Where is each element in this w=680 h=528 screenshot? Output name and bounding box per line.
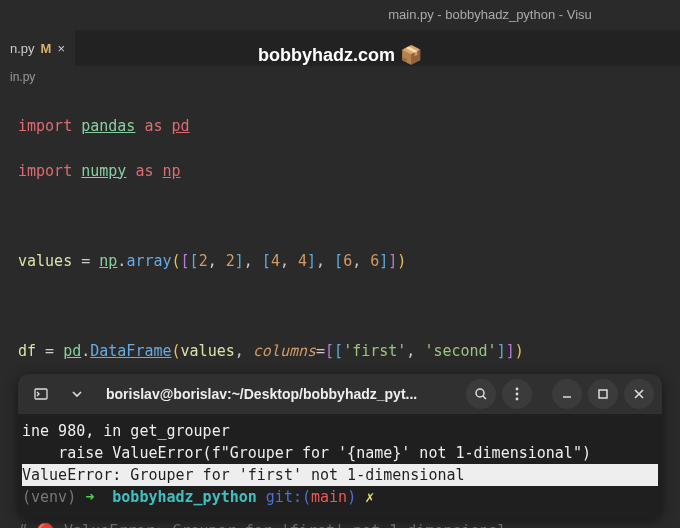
svg-point-1 (476, 389, 484, 397)
code-line: values = np.array([[2, 2], [4, 4], [6, 6… (18, 250, 662, 273)
maximize-icon (595, 386, 611, 402)
terminal-window: borislav@borislav:~/Desktop/bobbyhadz_py… (18, 374, 662, 518)
dropdown-button[interactable] (62, 379, 92, 409)
svg-rect-7 (599, 390, 607, 398)
terminal-header: borislav@borislav:~/Desktop/bobbyhadz_py… (18, 374, 662, 414)
tab-modified-indicator: M (41, 41, 52, 56)
code-line: # ⛔ ValueError: Grouper for 'first' not … (18, 520, 662, 529)
window-title-bar: main.py - bobbyhadz_python - Visu (0, 0, 680, 30)
terminal-output-line: ine 980, in get_grouper (22, 422, 230, 440)
terminal-body[interactable]: ine 980, in get_grouper raise ValueError… (18, 414, 662, 518)
menu-button[interactable] (502, 379, 532, 409)
new-tab-button[interactable] (26, 379, 56, 409)
window-title: main.py - bobbyhadz_python - Visu (388, 7, 592, 22)
maximize-button[interactable] (588, 379, 618, 409)
close-icon[interactable]: × (57, 41, 65, 56)
code-line: import pandas as pd (18, 115, 662, 138)
chevron-down-icon (69, 386, 85, 402)
code-blank-line (18, 205, 662, 228)
tab-filename: n.py (10, 41, 35, 56)
minimize-button[interactable] (552, 379, 582, 409)
close-button[interactable] (624, 379, 654, 409)
editor-tabs: n.py M × (0, 30, 680, 66)
svg-point-4 (516, 393, 519, 396)
svg-rect-0 (35, 389, 47, 399)
terminal-error-highlight: ValueError: Grouper for 'first' not 1-di… (22, 464, 658, 486)
search-icon (473, 386, 489, 402)
breadcrumb[interactable]: in.py (0, 66, 680, 88)
no-entry-icon: ⛔ (36, 522, 55, 529)
terminal-output-line: raise ValueError(f"Grouper for '{name}' … (22, 444, 591, 462)
terminal-title: borislav@borislav:~/Desktop/bobbyhadz_py… (98, 386, 460, 402)
code-line: import numpy as np (18, 160, 662, 183)
terminal-prompt: (venv) ➜ bobbyhadz_python git:(main) ✗ (22, 488, 374, 506)
code-blank-line (18, 295, 662, 318)
code-line: df = pd.DataFrame(values, columns=[['fir… (18, 340, 662, 363)
close-icon (631, 386, 647, 402)
minimize-icon (559, 386, 575, 402)
search-button[interactable] (466, 379, 496, 409)
kebab-icon (509, 386, 525, 402)
svg-line-2 (483, 396, 486, 399)
svg-point-5 (516, 398, 519, 401)
svg-point-3 (516, 388, 519, 391)
terminal-icon (33, 386, 49, 402)
tab-main-py[interactable]: n.py M × (0, 30, 75, 66)
